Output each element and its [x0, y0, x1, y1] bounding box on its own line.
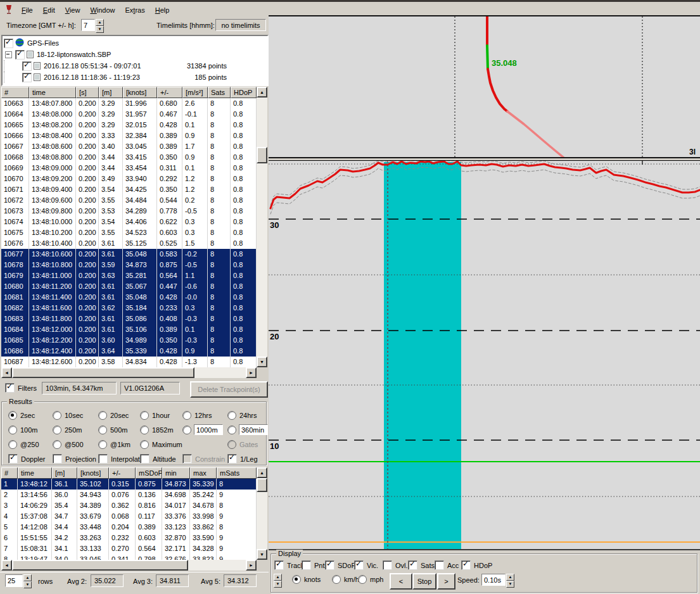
check-icon[interactable] [227, 454, 237, 464]
menu-help[interactable]: Help [150, 4, 175, 16]
collapse-minus-icon[interactable] [5, 51, 12, 58]
check-icon[interactable] [98, 454, 108, 464]
radio-icon[interactable] [292, 575, 301, 584]
root-checkbox[interactable] [4, 39, 13, 48]
scroll-right-icon[interactable]: ► [246, 367, 257, 378]
display-toggle-sdop[interactable]: SDoP [325, 560, 356, 570]
spin-up-icon[interactable]: ▲ [506, 574, 514, 581]
menu-file[interactable]: File [16, 4, 38, 16]
rows-count-input[interactable]: 25 [5, 574, 23, 587]
column-header[interactable]: [m] [52, 467, 77, 479]
column-header[interactable]: Sats [208, 87, 231, 98]
table-row[interactable]: 1066413:48:08.0000.2003.2931.9570.467-0.… [1, 109, 257, 120]
table-row[interactable]: 1067813:48:10.8000.2003.5934.8730.875-0.… [1, 260, 257, 270]
table-row[interactable]: 1066313:48:07.8000.2003.2931.9960.6802.6… [1, 98, 257, 109]
check-icon[interactable] [325, 560, 334, 570]
table-row[interactable]: 715:08:3134.133.1330.2700.56432.17134.32… [1, 543, 257, 554]
radio-icon[interactable] [98, 426, 107, 434]
column-header[interactable]: # [1, 467, 18, 479]
results-option-250m[interactable]: 250m [53, 426, 82, 434]
results-option-100m[interactable]: 100m [8, 426, 38, 434]
track-map-chart[interactable]: 35.0483l [269, 15, 700, 158]
table-row[interactable]: 1066713:48:08.6000.2003.4033.0450.3891.7… [1, 141, 257, 152]
radio-icon[interactable] [140, 440, 149, 449]
table-row[interactable]: 1067013:48:09.2000.2003.4933.9400.2921.2… [1, 174, 257, 184]
spin-down-icon[interactable]: ▼ [274, 581, 282, 588]
column-header[interactable]: [knots] [123, 87, 157, 98]
custom-value-input[interactable]: 1000m [194, 424, 223, 435]
check-icon[interactable] [53, 454, 62, 464]
filters-toggle[interactable]: Filters [5, 383, 37, 393]
timelimits-value[interactable]: no timelimits [215, 19, 266, 31]
display-toggle-ovl[interactable]: Ovl. [383, 560, 408, 570]
spin-up-icon[interactable]: ▲ [274, 574, 282, 581]
tree-root[interactable]: GPS-Files [4, 37, 267, 49]
table-row[interactable]: 615:51:5534.233.2630.2320.60332.87033.59… [1, 533, 257, 543]
check-icon[interactable] [274, 560, 284, 570]
table-row[interactable]: 1067313:48:09.8000.2003.5334.2890.778-0.… [1, 206, 257, 217]
column-header[interactable]: HDoP [231, 87, 257, 98]
radio-icon[interactable] [227, 440, 236, 449]
spin-down-icon[interactable]: ▼ [23, 581, 32, 588]
stop-button[interactable]: Stop [412, 573, 436, 590]
column-header[interactable]: max [190, 467, 217, 479]
zoom-spinner[interactable]: ▲ ▼ [274, 574, 282, 588]
check-icon[interactable] [302, 560, 311, 570]
radio-icon[interactable] [227, 411, 236, 420]
table-row[interactable]: 1066513:48:08.2000.2003.2932.0150.4280.1… [1, 120, 257, 130]
column-header[interactable]: +/- [109, 467, 136, 479]
results-option-maximum[interactable]: Maximum [140, 440, 182, 449]
menu-edit[interactable]: Edit [38, 4, 60, 16]
display-toggle-vic[interactable]: Vic. [354, 560, 378, 570]
scroll-down-icon[interactable]: ▼ [257, 549, 267, 560]
column-header[interactable]: # [1, 87, 29, 98]
table-row[interactable]: 1067413:48:10.0000.2003.5434.4060.6220.3… [1, 217, 257, 227]
spin-up-icon[interactable]: ▲ [23, 574, 32, 581]
radio-icon[interactable] [8, 411, 17, 420]
results-option-24hrs[interactable]: 24hrs [227, 411, 257, 420]
results-option-1km[interactable]: @1km [98, 440, 130, 449]
unit-kmh[interactable]: km/h [332, 575, 359, 584]
scroll-left-icon[interactable]: ◄ [1, 367, 12, 378]
scroll-left-icon[interactable]: ◄ [1, 560, 12, 571]
table-row[interactable]: 1067513:48:10.2000.2003.5534.5230.6030.3… [1, 227, 257, 238]
filters-checkbox[interactable] [5, 383, 15, 393]
results-option-500[interactable]: @500 [53, 440, 84, 449]
table-row[interactable]: 1067713:48:10.6000.2003.6135.0480.583-0.… [1, 249, 257, 260]
scroll-up-icon[interactable]: ▲ [257, 87, 267, 98]
results-option-altitude[interactable]: Altitude [140, 454, 176, 464]
table-row[interactable]: 1068513:48:12.2000.2003.6034.9890.350-0.… [1, 335, 257, 346]
column-header[interactable]: [m] [99, 87, 123, 98]
scroll-down-icon[interactable]: ▼ [257, 357, 267, 367]
check-icon[interactable] [354, 560, 364, 570]
radio-icon[interactable] [332, 575, 341, 584]
table-row[interactable]: 415:37:0834.733.6790.0680.11733.37633.99… [1, 511, 257, 522]
spin-up-icon[interactable]: ▲ [96, 19, 104, 26]
radio-icon[interactable] [53, 440, 61, 449]
tree-session[interactable]: 2016.12.18 05:51:34 - 09:07:0131384 poin… [4, 60, 267, 72]
radio-icon[interactable] [53, 426, 61, 434]
results-option-custom[interactable]: 1000m [182, 424, 223, 435]
radio-icon[interactable] [182, 426, 191, 434]
spin-down-icon[interactable]: ▼ [506, 581, 514, 588]
spin-down-icon[interactable]: ▼ [96, 26, 104, 33]
radio-icon[interactable] [98, 411, 107, 420]
check-icon[interactable] [140, 454, 150, 464]
column-header[interactable]: mSDoP [136, 467, 162, 479]
table-row[interactable]: 1068413:48:12.0000.2003.6135.1060.3890.1… [1, 324, 257, 335]
radio-icon[interactable] [140, 426, 149, 434]
vscroll-thumb[interactable] [257, 147, 267, 163]
radio-icon[interactable] [227, 426, 236, 434]
results-option-10sec[interactable]: 10sec [53, 411, 83, 420]
table-row[interactable]: 1068613:48:12.4000.2003.6435.3390.4280.9… [1, 346, 257, 357]
results-option-constrain[interactable]: Constrain [182, 454, 225, 464]
hscroll-thumb[interactable] [12, 560, 188, 571]
hscroll-thumb[interactable] [12, 367, 194, 378]
radio-icon[interactable] [53, 411, 61, 420]
column-header[interactable]: time [18, 467, 52, 479]
tree-session[interactable]: 2016.12.18 11:18:36 - 11:19:23185 points [4, 72, 267, 83]
column-header[interactable]: mSats [217, 467, 257, 479]
unit-mph[interactable]: mph [358, 575, 383, 584]
table-row[interactable]: 1068313:48:11.8000.2003.6135.0860.408-0.… [1, 313, 257, 324]
display-toggle-pnts[interactable]: Pnts [302, 560, 328, 570]
